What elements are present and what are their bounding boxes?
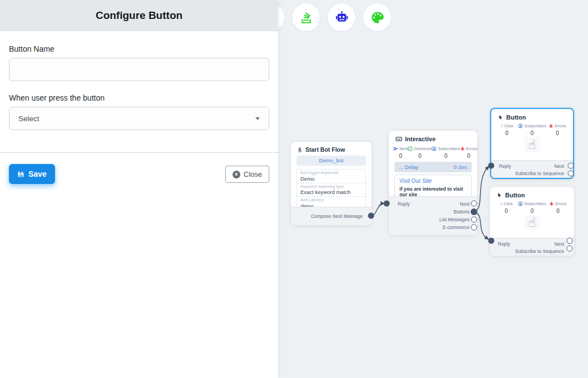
panel-title: Configure Button [96,9,182,22]
start-bot-flow-node[interactable]: Start Bot Flow Demo_bot Bot trigger keyw… [291,142,372,225]
delay-label: ... Delay [399,164,418,170]
hand-pointer-icon: ☝ [525,215,539,230]
toolbar-button-theme[interactable] [363,3,392,32]
stat-value: 0 [518,130,546,136]
stat-subscribers: Subscribers 0 [432,146,460,159]
stat-errors: Errors 0 [546,201,570,214]
interactive-reply-input-port[interactable] [384,201,390,207]
next-port-label: Next [460,201,470,207]
floppy-disk-icon [17,171,24,178]
start-compose-output-port[interactable] [368,213,374,219]
chevron-down-icon [255,117,260,120]
configure-button-panel: Configure Button Button Name When user p… [0,0,278,378]
stat-value: 0 [518,208,546,214]
save-button[interactable]: Save [9,164,55,184]
field-label: Bot trigger keywords [300,171,362,176]
stat-errors: Errors 0 [546,123,569,136]
check-circle-icon [408,146,413,151]
button-top-subscribe-output-port[interactable] [568,171,574,177]
click-hand-icon: ☝ [501,123,503,128]
stat-subscribers: Subscribers 0 [518,201,546,214]
subscribe-sequence-port-label: Subscribe to Sequence [515,171,564,176]
stat-label: Errors [466,146,477,151]
select-value: Select [18,115,39,123]
node-footer: Reply Next Subscribe to Sequence [490,238,574,256]
stat-value: 0 [546,130,569,136]
field-group: Bot trigger keywords Demo [297,170,365,183]
stat-label: Subscribers [438,146,460,151]
delay-value: 0 Sec [454,164,467,170]
trigger-settings-summary: Bot trigger keywords Demo Keyword matchi… [297,169,366,211]
send-icon [393,146,398,151]
stat-label: Subscribers [524,123,546,128]
interactive-next-output-port[interactable] [471,201,477,207]
stat-value: 0 [432,153,460,159]
save-label: Save [28,170,47,178]
keyboard-icon [396,136,402,142]
buttons-port-label: Buttons [453,209,470,215]
stat-value: 0 [496,130,518,136]
running-person-icon [297,147,303,153]
toolbar-button-stack[interactable] [291,3,320,32]
bug-icon [549,201,554,206]
button-top-reply-input-port[interactable] [488,163,495,169]
field-label: Add Label(s) [300,198,362,203]
button-node-top[interactable]: Button ☝ Click 0 Subscribers [490,108,574,179]
list-messages-port-label: List Messages [439,217,470,222]
bug-icon [460,146,465,151]
field-value: Exact keyword match [300,189,362,195]
stat-sent: Sent 0 [393,146,408,159]
toolbar-button-bot[interactable] [327,3,356,32]
bug-icon [549,123,554,128]
node-footer: Compose Next Message [291,207,372,225]
button-node-bottom[interactable]: Button ☝ Click 0 Subscribers [490,187,574,256]
button-bottom-subscribe-output-port[interactable] [567,246,573,252]
stat-label: Errors [555,201,566,206]
node-title: Start Bot Flow [305,146,345,153]
button-name-input[interactable] [9,58,269,81]
stat-value: 0 [495,208,518,214]
node-title: Interactive [405,136,436,142]
compose-next-message-label: Compose Next Message [311,213,363,219]
bot-name-chip[interactable]: Demo_bot [297,156,366,166]
reply-port-label: Reply [498,241,510,247]
stat-value: 0 [460,153,477,159]
button-bottom-reply-input-port[interactable] [488,238,495,244]
interactive-ecommerce-output-port[interactable] [471,225,477,231]
button-bottom-next-output-port[interactable] [567,238,573,244]
delay-setting[interactable]: ... Delay 0 Sec [394,162,472,172]
reply-port-label: Reply [499,163,511,169]
interactive-node[interactable]: Interactive Sent 0 Delivered 0 [389,131,477,235]
cursor-icon [498,115,503,121]
field-label: Keyword matching type [300,185,362,190]
robot-icon [334,10,349,25]
node-title: Button [505,192,525,198]
palette-icon [370,10,385,25]
message-body: if you are interested to visit our site [399,186,467,197]
next-port-label: Next [555,241,564,247]
interactive-buttons-output-port[interactable] [471,208,477,215]
hand-pointer-icon: ☝ [525,137,539,152]
close-button[interactable]: × Close [225,166,269,183]
next-port-label: Next [555,163,564,169]
interactive-list-messages-output-port[interactable] [471,217,477,223]
close-label: Close [244,170,262,178]
cursor-icon [497,192,502,198]
stat-value: 0 [546,208,570,214]
stat-errors: Errors 0 [460,146,477,159]
panel-header: Configure Button [0,0,278,31]
stat-click: ☝ Click 0 [495,201,518,214]
node-footer: Reply Next Subscribe to Sequence [491,160,573,178]
ecommerce-port-label: E-commerce [443,225,470,230]
field-group: Keyword matching type Exact keyword matc… [297,183,365,197]
divider [0,152,278,153]
press-action-select[interactable]: Select [9,107,269,130]
stat-value: 0 [393,153,408,159]
button-top-next-output-port[interactable] [568,163,574,169]
stat-label: Sent [399,146,408,151]
stat-delivered: Delivered 0 [408,146,432,159]
stat-label: Errors [555,123,566,128]
subscribers-icon [518,123,523,128]
click-hand-icon: ☝ [500,201,503,206]
stat-label: Delivered [414,146,432,151]
